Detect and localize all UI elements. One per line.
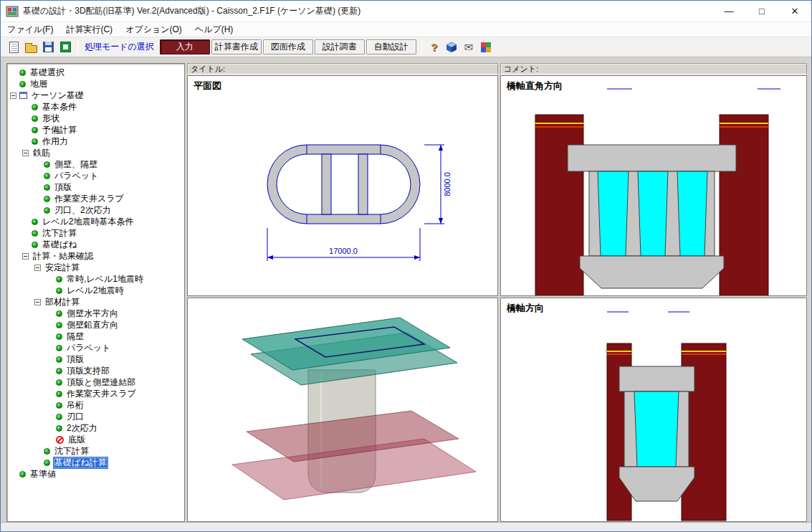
tree-item[interactable]: 作業室天井スラブ [7, 388, 184, 399]
tree-item[interactable]: 基準値 [7, 468, 184, 480]
tree-expander-icon[interactable] [10, 92, 16, 99]
tree-item[interactable]: 沈下計算 [7, 227, 184, 239]
tree-item-label: 底版 [67, 434, 87, 446]
tree-item[interactable]: 刃口 [7, 411, 184, 422]
tree-spacer [22, 104, 29, 110]
3d-view-icon[interactable] [444, 39, 459, 55]
tree-item[interactable]: 側壁水平方向 [7, 308, 184, 319]
tree-node-icon [56, 391, 62, 397]
cutting-edge-base [580, 256, 724, 288]
mode-button[interactable]: 図面作成 [263, 39, 313, 54]
tree-item[interactable]: 計算・結果確認 [7, 250, 184, 262]
tree-item[interactable]: 基礎ばね計算 [7, 457, 184, 468]
tree-expander-icon[interactable] [22, 253, 29, 260]
tree-item[interactable]: 2次応力 [7, 422, 184, 434]
tree-item[interactable]: 沈下計算 [7, 445, 184, 457]
tree-item[interactable]: 頂版 [7, 181, 184, 193]
tree-item[interactable]: 基本条件 [7, 101, 184, 113]
tree-node-icon [44, 184, 50, 191]
tree-item[interactable]: 常時,レベル1地震時 [7, 273, 184, 285]
mail-icon[interactable]: ✉ [461, 39, 477, 55]
tree-item-label: 頂版支持部 [65, 365, 111, 377]
tree-node-icon [44, 460, 50, 466]
caisson-cell [677, 171, 707, 256]
tree-item-label: 基礎選択 [29, 67, 66, 79]
forum8-logo-icon[interactable] [478, 39, 494, 55]
tree-item[interactable]: 頂版 [7, 353, 184, 365]
tree-item[interactable]: 予備計算 [7, 124, 184, 136]
tree-item[interactable]: レベル2地震時基本条件 [7, 216, 184, 227]
menu-item[interactable]: 計算実行(C) [59, 22, 119, 37]
foundation-tree: 基礎選択地層ケーソン基礎基本条件形状予備計算作用力鉄筋側壁、隔壁パラペット頂版作… [6, 63, 185, 522]
tree-item-label: 基礎ばね [41, 239, 79, 251]
close-button[interactable]: ✕ [778, 1, 811, 22]
tree-item[interactable]: 形状 [7, 113, 184, 124]
tree-item[interactable]: レベル2地震時 [7, 285, 184, 296]
tree-item-label: 吊桁 [65, 399, 85, 412]
disabled-item-icon [56, 436, 64, 444]
tree-item[interactable]: 吊桁 [7, 399, 184, 411]
tree-item[interactable]: 側壁、隔壁 [7, 158, 184, 170]
tree-node-icon [44, 161, 50, 168]
tree-item-label: 基準値 [29, 468, 57, 480]
menu-item[interactable]: ファイル(F) [1, 22, 59, 37]
tree-item[interactable]: 基礎選択 [7, 67, 184, 78]
plan-view-panel: 平面図 8000.0 17000.0 [187, 75, 498, 296]
tree-spacer [34, 207, 41, 214]
save-icon[interactable] [40, 39, 56, 55]
tree-node-icon [56, 356, 62, 363]
tree-spacer [34, 184, 41, 191]
tree-item[interactable]: パラペット [7, 170, 184, 181]
tree-item[interactable]: 底版 [7, 434, 184, 445]
mode-button[interactable]: 設計調書 [315, 39, 365, 54]
tree-item[interactable]: ケーソン基礎 [7, 90, 184, 101]
tree-node-icon [56, 379, 62, 386]
tree-spacer [47, 333, 53, 340]
tree-item[interactable]: 基礎ばね [7, 239, 184, 250]
tree-item-label: 基本条件 [41, 101, 78, 113]
tree-item[interactable]: 隔壁 [7, 331, 184, 342]
tree-item-label: 側壁、隔壁 [53, 158, 99, 171]
tree-node-icon [32, 242, 38, 248]
maximize-button[interactable]: □ [745, 1, 778, 22]
caisson-cell [638, 171, 668, 256]
menu-item[interactable]: オプション(O) [119, 22, 188, 37]
tree-node-icon [56, 368, 62, 374]
tree-item[interactable]: 地層 [7, 78, 184, 90]
tree-item[interactable]: 安定計算 [7, 262, 184, 273]
mode-button[interactable]: 自動設計 [366, 39, 416, 54]
comment-strip: コメント: [500, 63, 807, 75]
mode-button[interactable]: 入力 [160, 39, 210, 54]
tree-item-label: 作業室天井スラブ [53, 193, 125, 205]
tree-spacer [47, 310, 53, 317]
tree-item[interactable]: 部材計算 [7, 296, 184, 308]
tree-item[interactable]: 刃口、2次応力 [7, 204, 184, 216]
sample-data-icon[interactable] [57, 39, 73, 55]
tree-item[interactable]: 頂版支持部 [7, 365, 184, 376]
tree-expander-icon[interactable] [22, 150, 29, 156]
menu-item[interactable]: ヘルプ(H) [188, 22, 240, 37]
tree-item-label: 形状 [41, 113, 61, 125]
tree-item[interactable]: 鉄筋 [7, 147, 184, 158]
tree-spacer [34, 196, 41, 202]
mode-button[interactable]: 計算書作成 [211, 39, 262, 54]
tree-expander-icon[interactable] [34, 299, 41, 305]
new-file-icon[interactable] [6, 39, 22, 55]
tree-item[interactable]: 側壁鉛直方向 [7, 319, 184, 331]
tree-item-label: 刃口、2次応力 [53, 204, 113, 217]
open-folder-icon[interactable] [23, 39, 39, 55]
caisson-cell [634, 391, 679, 467]
tree-item-label: 常時,レベル1地震時 [65, 273, 145, 285]
mode-buttons: 入力計算書作成図面作成設計調書自動設計 [160, 39, 418, 54]
partition-wall [322, 154, 331, 214]
tree-item-label: 部材計算 [44, 296, 81, 308]
tree-node-icon [56, 322, 62, 328]
3d-view-panel [187, 298, 498, 522]
tree-expander-icon[interactable] [34, 265, 41, 271]
tree-item[interactable]: パラペット [7, 342, 184, 353]
minimize-button[interactable]: — [712, 1, 745, 22]
tree-item[interactable]: 作用力 [7, 136, 184, 147]
tree-item[interactable]: 作業室天井スラブ [7, 193, 184, 204]
help-icon[interactable]: ? [426, 39, 442, 55]
tree-item[interactable]: 頂版と側壁連結部 [7, 376, 184, 388]
